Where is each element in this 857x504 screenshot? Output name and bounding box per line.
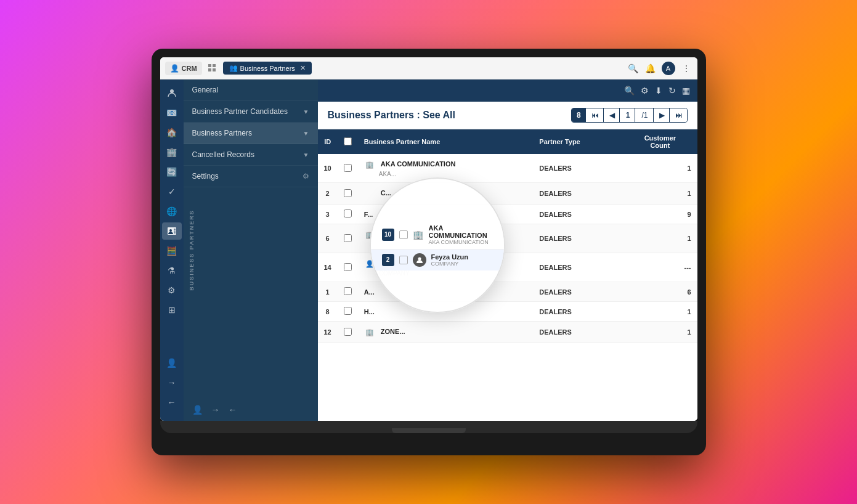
mag-checkbox-1[interactable] — [399, 230, 408, 239]
row-checkbox-6[interactable] — [338, 224, 358, 253]
table-row: 8 H... DEALERS 1 — [318, 302, 697, 322]
page-first-button[interactable]: ⏮ — [587, 108, 604, 122]
table-row: 1 A... DEALERS 6 — [318, 282, 697, 302]
sidebar-bottom: 👤 → ← — [162, 354, 182, 416]
pagination: 8 ⏮ ◀ 1 /1 ▶ ⏭ — [571, 108, 687, 123]
row-type-8: DEALERS — [533, 302, 623, 322]
menu-sidebar-label: Business Partners — [189, 209, 195, 290]
settings-tool-icon[interactable]: ⚙ — [641, 86, 649, 96]
row-id-8: 8 — [318, 302, 338, 322]
crm-icon: 👤 — [170, 64, 179, 73]
arrow-right-icon[interactable]: → — [211, 405, 220, 415]
tab-label: Business Partners — [240, 65, 295, 72]
row-type-14: DEALERS — [533, 253, 623, 282]
mag-name-main-2: Feyza Uzun — [431, 253, 493, 261]
menu-sidebar-bottom: 👤 → ← — [184, 399, 318, 421]
svg-point-10 — [418, 257, 421, 260]
page-count-badge: 8 — [572, 108, 586, 122]
current-page: 1 — [621, 108, 636, 122]
sidebar-icon-building[interactable]: 🏢 — [162, 144, 182, 161]
sidebar-icon-calculator[interactable]: 🧮 — [162, 242, 182, 259]
laptop-frame: 👤 CRM 👥 Business Partners ✕ — [152, 49, 706, 455]
svg-rect-1 — [213, 64, 216, 67]
sidebar-icon-sync[interactable]: 🔄 — [162, 163, 182, 181]
sidebar-icon-arrow-right[interactable]: → — [162, 374, 182, 391]
page-prev-button[interactable]: ◀ — [605, 108, 620, 122]
table-head: ID Business Partner Name — [318, 129, 697, 154]
row-checkbox-3[interactable] — [338, 205, 358, 224]
magnifier-overlay: 10 🏢 AKA COMMUNICATION AKA COMMUNICATION… — [370, 177, 505, 313]
sidebar-icon-arrow-left[interactable]: ← — [162, 394, 182, 411]
row-type-6: DEALERS — [533, 224, 623, 253]
select-all-checkbox[interactable] — [344, 137, 352, 145]
mag-name-main-1: AKA COMMUNICATION — [429, 224, 493, 239]
row-checkbox-10[interactable] — [338, 154, 358, 183]
building-icon: 🏢 — [364, 159, 375, 170]
user-manage-icon[interactable]: 👤 — [192, 405, 203, 415]
row-checkbox-1[interactable] — [338, 282, 358, 302]
sidebar-icon-check[interactable]: ✓ — [162, 183, 182, 200]
search-button[interactable]: 🔍 — [627, 62, 640, 75]
sidebar-icon-settings[interactable]: ⚙ — [162, 282, 182, 299]
mag-checkbox-2[interactable] — [399, 256, 408, 264]
row-checkbox-14[interactable] — [338, 253, 358, 282]
mag-name-block-1: AKA COMMUNICATION AKA COMMUNICATION — [429, 224, 493, 245]
download-tool-icon[interactable]: ⬇ — [655, 86, 662, 96]
crm-tab[interactable]: 👤 CRM — [165, 62, 202, 75]
row-count-12: 1 — [623, 322, 697, 343]
refresh-tool-icon[interactable]: ↻ — [668, 86, 676, 96]
menu-item-settings[interactable]: Settings ⚙ — [184, 166, 318, 187]
row-checkbox-8[interactable] — [338, 302, 358, 322]
svg-rect-0 — [208, 64, 211, 67]
close-tab-button[interactable]: ✕ — [300, 64, 306, 72]
row-type-3: DEALERS — [533, 205, 623, 224]
menu-item-cancelled-records-label: Cancelled Records — [192, 150, 254, 159]
mag-id-2: 2 — [382, 254, 394, 266]
mag-name-block-2: Feyza Uzun COMPANY — [431, 253, 493, 267]
notifications-button[interactable]: 🔔 — [644, 62, 657, 75]
menu-item-general[interactable]: General — [184, 79, 318, 101]
sidebar-icon-contacts[interactable] — [162, 222, 182, 240]
row-checkbox-12[interactable] — [338, 322, 358, 343]
grid-apps-button[interactable] — [206, 62, 219, 75]
col-id: ID — [318, 129, 338, 154]
col-name: Business Partner Name — [358, 129, 534, 154]
row-name-12: 🏢 ZONE... — [358, 322, 534, 343]
row-checkbox-2[interactable] — [338, 183, 358, 205]
chevron-down-icon-cancelled: ▼ — [303, 152, 309, 158]
arrow-left-icon[interactable]: ← — [229, 405, 237, 415]
col-partner-type: Partner Type — [533, 129, 623, 154]
sidebar-icon-filter[interactable]: ⚗ — [162, 262, 182, 279]
page-last-button[interactable]: ⏭ — [671, 108, 687, 122]
filter-tool-icon[interactable]: ▦ — [682, 86, 690, 96]
menu-item-bp-candidates[interactable]: Business Partner Candidates ▼ — [184, 101, 318, 123]
user-avatar[interactable]: A — [662, 62, 675, 75]
sidebar-icon-globe[interactable]: 🌐 — [162, 203, 182, 220]
sidebar-icon-messaging[interactable]: 📧 — [162, 104, 182, 121]
search-tool-icon[interactable]: 🔍 — [624, 86, 635, 96]
sidebar-icon-home[interactable]: 🏠 — [162, 124, 182, 141]
menu-item-business-partners-label: Business Partners — [192, 129, 252, 137]
table-row: 2 C... DEALERS 1 — [318, 183, 697, 205]
row-id-14: 14 — [318, 253, 338, 282]
business-partners-tab[interactable]: 👥 Business Partners ✕ — [223, 62, 312, 75]
more-options-button[interactable]: ⋮ — [680, 62, 693, 75]
table-container: ID Business Partner Name — [318, 129, 697, 421]
row-count-1: 6 — [623, 282, 697, 302]
menu-item-business-partners[interactable]: Business Partners ▼ — [184, 123, 318, 144]
row-id-2: 2 — [318, 183, 338, 205]
row-id-10: 10 — [318, 154, 338, 183]
row-id-6: 6 — [318, 224, 338, 253]
magnifier-row-1: 10 🏢 AKA COMMUNICATION AKA COMMUNICATION — [371, 221, 504, 250]
row-count-6: 1 — [623, 224, 697, 253]
svg-rect-2 — [208, 68, 211, 71]
menu-item-cancelled-records[interactable]: Cancelled Records ▼ — [184, 144, 318, 166]
chevron-down-icon-candidates: ▼ — [303, 108, 309, 115]
page-next-button[interactable]: ▶ — [655, 108, 670, 122]
content-toolbar: 🔍 ⚙ ⬇ ↻ ▦ — [318, 79, 697, 102]
table-row: 12 🏢 ZONE... DEALERS 1 — [318, 322, 697, 343]
row-id-12: 12 — [318, 322, 338, 343]
sidebar-icon-grid[interactable]: ⊞ — [162, 301, 182, 319]
sidebar-icon-user[interactable] — [162, 84, 182, 102]
sidebar-icon-user-settings[interactable]: 👤 — [162, 354, 182, 372]
